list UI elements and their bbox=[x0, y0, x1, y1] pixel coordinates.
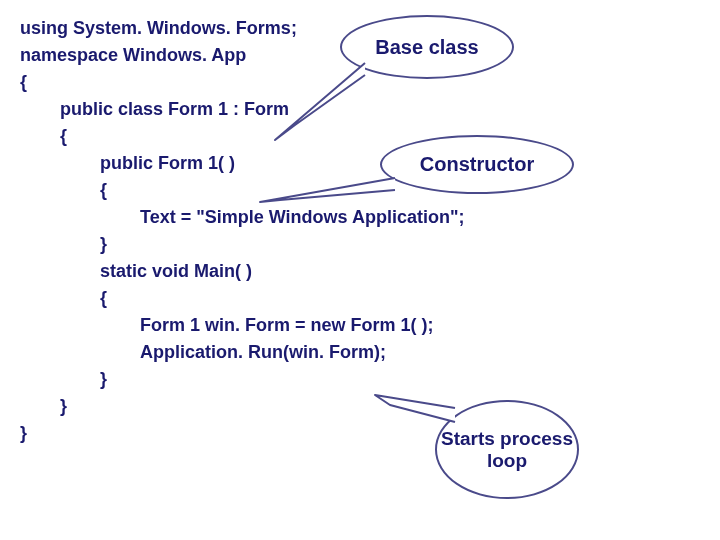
code-line: { bbox=[20, 69, 700, 96]
callout-label: Starts process loop bbox=[437, 428, 577, 472]
code-line: static void Main( ) bbox=[20, 258, 700, 285]
code-line: Text = "Simple Windows Application"; bbox=[20, 204, 700, 231]
code-line: { bbox=[20, 177, 700, 204]
code-line: { bbox=[20, 285, 700, 312]
callout-constructor: Constructor bbox=[380, 135, 574, 194]
code-line: } bbox=[20, 231, 700, 258]
code-line: public class Form 1 : Form bbox=[20, 96, 700, 123]
callout-base-class: Base class bbox=[340, 15, 514, 79]
callout-starts-loop: Starts process loop bbox=[435, 400, 579, 499]
callout-label: Constructor bbox=[420, 153, 534, 176]
callout-label: Base class bbox=[375, 36, 478, 59]
code-line: } bbox=[20, 366, 700, 393]
code-line: { bbox=[20, 123, 700, 150]
code-line: } bbox=[20, 420, 700, 447]
code-line: Form 1 win. Form = new Form 1( ); bbox=[20, 312, 700, 339]
code-line: Application. Run(win. Form); bbox=[20, 339, 700, 366]
code-block: using System. Windows. Forms; namespace … bbox=[20, 15, 700, 447]
code-line: } bbox=[20, 393, 700, 420]
code-line: public Form 1( ) bbox=[20, 150, 700, 177]
